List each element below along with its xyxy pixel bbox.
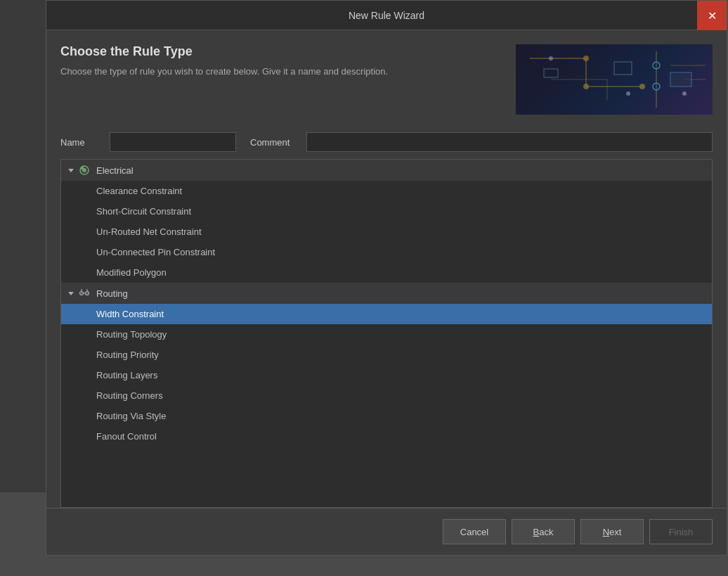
comment-input[interactable] xyxy=(306,132,713,152)
item-routing-corners[interactable]: Routing Corners xyxy=(61,385,712,406)
dialog-window: New Rule Wizard ✕ Choose the Rule Type C… xyxy=(46,0,727,556)
svg-point-24 xyxy=(86,292,89,295)
title-bar: New Rule Wizard ✕ xyxy=(46,1,727,30)
electrical-icon xyxy=(78,164,91,177)
category-routing[interactable]: Routing xyxy=(61,283,712,304)
item-modified-polygon[interactable]: Modified Polygon xyxy=(61,262,712,283)
finish-button: Finish xyxy=(649,519,713,544)
item-fanout-control[interactable]: Fanout Control xyxy=(61,426,712,447)
svg-point-19 xyxy=(682,91,687,96)
item-unrouted-net-constraint[interactable]: Un-Routed Net Constraint xyxy=(61,222,712,242)
category-electrical[interactable]: Electrical xyxy=(61,160,712,181)
close-button[interactable]: ✕ xyxy=(697,1,727,30)
collapse-routing-icon xyxy=(68,292,74,295)
electrical-label: Electrical xyxy=(96,165,134,176)
dialog-title: New Rule Wizard xyxy=(349,10,424,21)
next-button[interactable]: Next xyxy=(580,519,644,544)
routing-icon xyxy=(78,287,91,300)
name-input[interactable] xyxy=(110,132,236,152)
rule-type-tree[interactable]: Electrical Clearance Constraint Short-Ci… xyxy=(60,159,713,508)
item-unconnected-pin-constraint[interactable]: Un-Connected Pin Constraint xyxy=(61,242,712,262)
header-pcb-image xyxy=(516,44,713,115)
svg-point-10 xyxy=(583,84,589,89)
svg-point-23 xyxy=(80,292,84,295)
svg-point-11 xyxy=(639,84,645,89)
item-routing-priority[interactable]: Routing Priority xyxy=(61,345,712,365)
svg-point-18 xyxy=(626,91,630,96)
header-section: Choose the Rule Type Choose the type of … xyxy=(46,30,727,125)
item-width-constraint[interactable]: Width Constraint xyxy=(61,304,712,324)
item-routing-via-style[interactable]: Routing Via Style xyxy=(61,406,712,426)
pcb-svg xyxy=(516,44,713,115)
routing-label: Routing xyxy=(96,288,128,299)
form-row: Name Comment xyxy=(46,125,727,159)
svg-point-17 xyxy=(549,56,553,60)
svg-point-22 xyxy=(81,167,84,169)
collapse-electrical-icon xyxy=(68,169,74,172)
item-clearance-constraint[interactable]: Clearance Constraint xyxy=(61,181,712,201)
page-description: Choose the type of rule you wish to crea… xyxy=(60,65,502,79)
header-text: Choose the Rule Type Choose the type of … xyxy=(60,44,502,79)
cancel-button[interactable]: Cancel xyxy=(443,519,506,544)
back-button[interactable]: BBackack xyxy=(512,519,575,544)
item-routing-layers[interactable]: Routing Layers xyxy=(61,365,712,385)
item-short-circuit-constraint[interactable]: Short-Circuit Constraint xyxy=(61,201,712,222)
dialog-footer: Cancel BBackack Next Finish xyxy=(46,508,727,555)
item-routing-topology[interactable]: Routing Topology xyxy=(61,324,712,345)
comment-label: Comment xyxy=(250,137,292,148)
name-label: Name xyxy=(60,137,96,148)
page-title: Choose the Rule Type xyxy=(60,44,502,59)
svg-rect-16 xyxy=(670,72,691,87)
svg-point-9 xyxy=(583,56,589,61)
